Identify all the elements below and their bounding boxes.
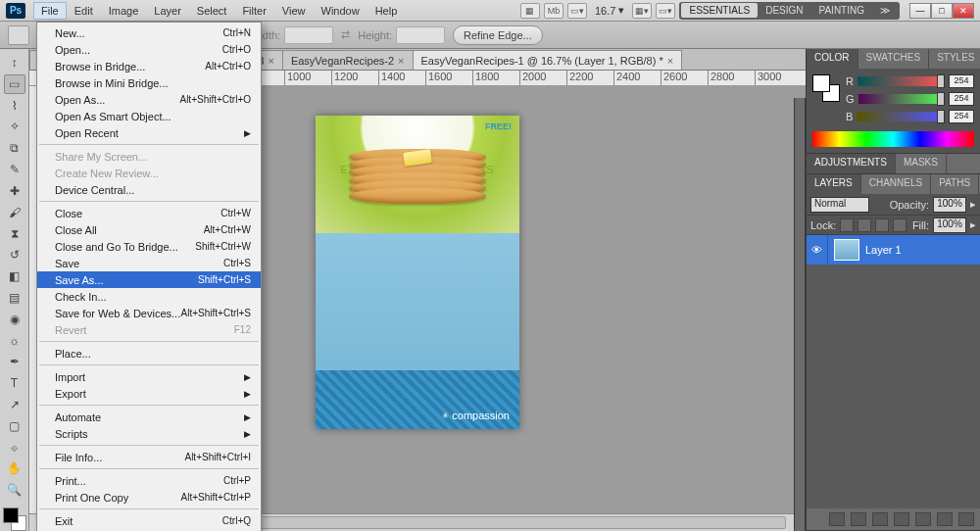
window-close[interactable]: ✕ [953, 3, 974, 19]
file-menu-close-all[interactable]: Close AllAlt+Ctrl+W [37, 221, 261, 238]
color-spectrum[interactable] [812, 131, 974, 147]
lock-transparent-icon[interactable] [840, 218, 854, 232]
blur-tool[interactable]: ◉ [4, 310, 25, 329]
layer-name[interactable]: Layer 1 [865, 244, 902, 256]
styles-tab[interactable]: STYLES [929, 49, 980, 69]
tool-preset-icon[interactable] [8, 25, 29, 45]
shape-tool[interactable]: ▢ [4, 416, 25, 436]
paths-tab[interactable]: PATHS [931, 174, 979, 194]
file-menu-browse-in-bridge[interactable]: Browse in Bridge...Alt+Ctrl+O [37, 58, 261, 74]
link-layers-icon[interactable] [829, 512, 845, 526]
menu-image[interactable]: Image [101, 2, 147, 20]
layer-mask-icon[interactable] [872, 512, 888, 526]
layer-thumbnail[interactable] [834, 239, 859, 261]
eraser-tool[interactable]: ◧ [4, 266, 25, 286]
eyedropper-tool[interactable]: ✎ [4, 160, 25, 179]
type-tool[interactable]: T [4, 373, 25, 393]
menu-select[interactable]: Select [189, 2, 235, 20]
mb-icon-mb[interactable]: Mb [544, 3, 564, 19]
lock-all-icon[interactable] [893, 218, 906, 232]
opacity-field[interactable]: 100% [933, 197, 966, 213]
tab-close-icon[interactable]: × [398, 55, 404, 67]
tab-close-icon[interactable]: × [667, 55, 673, 67]
workspace-painting[interactable]: PAINTING [811, 3, 872, 18]
new-layer-icon[interactable] [937, 512, 953, 526]
layer-visibility-icon[interactable]: 👁 [807, 235, 828, 265]
menu-layer[interactable]: Layer [146, 2, 189, 20]
file-menu-save-as[interactable]: Save As...Shift+Ctrl+S [37, 271, 261, 288]
brush-tool[interactable]: 🖌 [4, 203, 25, 222]
workspace-design[interactable]: DESIGN [758, 3, 810, 18]
window-maximize[interactable]: □ [931, 3, 953, 19]
file-menu-save-for-web-devices[interactable]: Save for Web & Devices...Alt+Shift+Ctrl+… [37, 305, 261, 321]
wand-tool[interactable]: ✧ [4, 117, 25, 136]
hand-tool[interactable]: ✋ [4, 459, 25, 478]
canvas[interactable]: FREE! EASY Vegan RECIPES delicious, nutr… [316, 116, 519, 429]
adjustments-tab[interactable]: ADJUSTMENTS [807, 154, 896, 173]
zoom-dropdown[interactable]: 16.7 ▾ [591, 4, 628, 17]
menu-filter[interactable]: Filter [234, 2, 273, 20]
green-slider[interactable] [858, 94, 945, 104]
adjustment-layer-icon[interactable] [894, 512, 909, 526]
workspace-essentials[interactable]: ESSENTIALS [681, 3, 758, 18]
panel-dock-strip[interactable] [794, 98, 806, 531]
heal-tool[interactable]: ✚ [4, 181, 25, 201]
layer-row[interactable]: 👁 Layer 1 [807, 235, 980, 265]
menu-edit[interactable]: Edit [67, 2, 101, 20]
file-menu-scripts[interactable]: Scripts▶ [37, 425, 261, 442]
window-minimize[interactable]: — [909, 3, 931, 19]
lock-position-icon[interactable] [875, 218, 889, 232]
lock-pixels-icon[interactable] [858, 218, 871, 232]
blue-value[interactable]: 254 [949, 110, 974, 123]
file-menu-open-as[interactable]: Open As...Alt+Shift+Ctrl+O [37, 91, 261, 108]
width-input[interactable] [284, 26, 333, 44]
file-menu-save[interactable]: SaveCtrl+S [37, 255, 261, 271]
document-tab[interactable]: EasyVeganRecipes-1 @ 16.7% (Layer 1, RGB… [413, 50, 683, 70]
extras-icon[interactable]: ▭▾ [656, 3, 675, 19]
layer-fx-icon[interactable] [851, 512, 866, 526]
file-menu-place[interactable]: Place... [37, 345, 261, 362]
file-menu-export[interactable]: Export▶ [37, 385, 261, 402]
color-tab[interactable]: COLOR [807, 49, 858, 69]
file-menu-open-recent[interactable]: Open Recent▶ [37, 124, 261, 141]
swatches-tab[interactable]: SWATCHES [858, 49, 930, 69]
zoom-tool[interactable]: 🔍 [4, 480, 25, 500]
file-menu-exit[interactable]: ExitCtrl+Q [37, 512, 261, 529]
layers-tab[interactable]: LAYERS [807, 174, 861, 194]
workspace-more[interactable]: ≫ [872, 3, 898, 18]
red-slider[interactable] [858, 76, 945, 86]
blue-slider[interactable] [857, 112, 945, 121]
menu-file[interactable]: File [33, 2, 67, 20]
menu-help[interactable]: Help [368, 2, 406, 20]
green-value[interactable]: 254 [949, 92, 974, 106]
file-menu-device-central[interactable]: Device Central... [37, 181, 261, 198]
file-menu-open-as-smart-object[interactable]: Open As Smart Object... [37, 108, 261, 124]
blend-mode-dropdown[interactable]: Normal [810, 197, 869, 213]
file-menu-close-and-go-to-bridge[interactable]: Close and Go To Bridge...Shift+Ctrl+W [37, 238, 261, 255]
lasso-tool[interactable]: ⌇ [4, 96, 25, 116]
group-icon[interactable] [915, 512, 931, 526]
refine-edge-button[interactable]: Refine Edge... [453, 25, 543, 45]
history-brush-tool[interactable]: ↺ [4, 245, 25, 265]
document-tab[interactable]: EasyVeganRecipes-2× [282, 50, 414, 70]
file-menu-import[interactable]: Import▶ [37, 368, 261, 385]
menu-window[interactable]: Window [314, 2, 368, 20]
file-menu-print[interactable]: Print...Ctrl+P [37, 472, 261, 489]
menu-view[interactable]: View [274, 2, 314, 20]
color-swatches[interactable] [3, 507, 26, 531]
file-menu-automate[interactable]: Automate▶ [37, 409, 261, 425]
move-tool[interactable]: ↕ [4, 53, 25, 72]
screen-mode-icon[interactable]: ▭▾ [567, 3, 587, 19]
delete-layer-icon[interactable] [958, 512, 974, 526]
3d-tool[interactable]: ⟐ [4, 438, 25, 458]
fill-field[interactable]: 100% [933, 217, 966, 233]
file-menu-file-info[interactable]: File Info...Alt+Shift+Ctrl+I [37, 449, 261, 465]
color-swatch-pair[interactable] [812, 74, 840, 102]
red-value[interactable]: 254 [949, 74, 974, 88]
file-menu-check-in[interactable]: Check In... [37, 288, 261, 305]
file-menu-open[interactable]: Open...Ctrl+O [37, 41, 261, 58]
crop-tool[interactable]: ⧉ [4, 138, 25, 158]
file-menu-print-one-copy[interactable]: Print One CopyAlt+Shift+Ctrl+P [37, 489, 261, 506]
channels-tab[interactable]: CHANNELS [861, 174, 931, 194]
pen-tool[interactable]: ✒ [4, 352, 25, 371]
